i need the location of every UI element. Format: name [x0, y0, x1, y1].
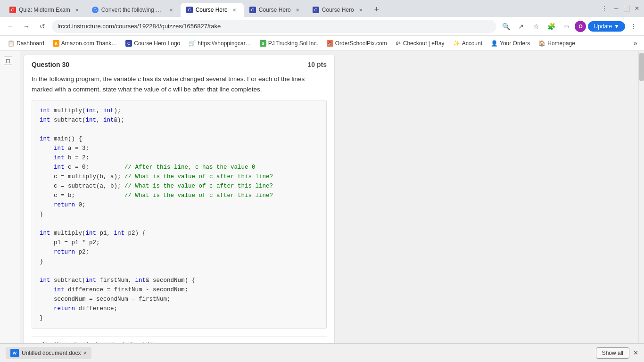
question-text: In the following program, the variable c…: [32, 74, 327, 94]
sidebar-toggle: □: [0, 51, 20, 343]
tab-title-hero3: Course Hero: [322, 7, 354, 13]
scrollbar-thumb[interactable]: [639, 53, 644, 81]
editor-menu-bar: Edit View Insert Format Tools Table: [32, 337, 327, 343]
taskbar: W Untitled document.docx ∧ Show all ✕: [0, 343, 644, 362]
toolbar-icons: 🔍 ↗ ☆ 🧩 ▭ O Update ▼ ⋮: [499, 20, 640, 33]
question-header: Question 30 10 pts: [24, 55, 334, 74]
bookmark-label-ebay: Checkout | eBay: [403, 40, 445, 47]
bookmark-dashboard[interactable]: 📋 Dashboard: [4, 39, 48, 48]
bookmark-star-icon[interactable]: ☆: [529, 20, 543, 33]
taskbar-doc[interactable]: W Untitled document.docx ∧: [6, 347, 91, 359]
tab-title-quiz: Quiz: Midterm Exam: [19, 7, 70, 13]
restore-button[interactable]: ⬜: [623, 5, 630, 12]
bookmark-favicon-dashboard: 📋: [8, 40, 15, 47]
tab-title-hero2: Course Hero: [259, 7, 291, 13]
bookmark-shopping[interactable]: 🛒 https://shoppingcar…: [185, 39, 255, 48]
tab-quiz-midterm[interactable]: Q Quiz: Midterm Exam ✕: [4, 3, 86, 17]
url-input[interactable]: [52, 20, 496, 33]
share-icon[interactable]: ↗: [514, 20, 528, 33]
bookmarks-more-button[interactable]: »: [630, 38, 640, 49]
refresh-button[interactable]: ↺: [36, 20, 49, 33]
bookmark-label-hero: Course Hero Logo: [134, 40, 180, 47]
bookmark-favicon-ebay: 🛍: [396, 40, 401, 47]
question-points: 10 pts: [308, 61, 327, 68]
bookmark-label-order: OrderSchoolPix.com: [335, 40, 387, 47]
new-tab-button[interactable]: +: [370, 3, 383, 16]
tab-close-hero3[interactable]: ✕: [357, 6, 364, 14]
tab-close-quiz[interactable]: ✕: [73, 6, 81, 14]
page-toggle-icon[interactable]: □: [4, 57, 12, 65]
tab-close-hero2[interactable]: ✕: [294, 6, 301, 14]
taskbar-close-button[interactable]: ✕: [633, 349, 638, 356]
bookmark-label-amazon: Amazon.com Thank…: [61, 40, 117, 47]
bookmark-favicon-order: 📚: [327, 40, 333, 47]
code-block: int multiply(int, int); int subtract(int…: [32, 100, 327, 329]
editor-menu-edit[interactable]: Edit: [35, 340, 49, 343]
bookmark-favicon-account: ✨: [453, 40, 460, 47]
taskbar-chevron-icon: ∧: [83, 350, 87, 355]
bookmark-account[interactable]: ✨ Account: [449, 39, 486, 48]
bookmark-favicon-shopping: 🛒: [189, 40, 196, 47]
bookmark-label-pj: PJ Trucking Sol Inc.: [268, 40, 318, 47]
editor-menu-tools[interactable]: Tools: [120, 340, 137, 343]
close-button[interactable]: ✕: [634, 5, 640, 12]
tab-course-hero-1[interactable]: C Course Hero ✕: [181, 3, 244, 17]
bookmark-ebay[interactable]: 🛍 Checkout | eBay: [392, 39, 448, 48]
scrollbar[interactable]: [638, 51, 644, 343]
tab-convert[interactable]: G Convert the following pseud… ✕: [86, 3, 181, 17]
bookmark-favicon-hero: C: [125, 40, 132, 47]
bookmark-orders[interactable]: 👤 Your Orders: [487, 39, 534, 48]
bookmark-label-dashboard: Dashboard: [17, 40, 44, 47]
tab-title-hero1: Course Hero: [196, 7, 228, 13]
sidebar-icon[interactable]: ▭: [560, 20, 573, 33]
bookmark-pj[interactable]: S PJ Trucking Sol Inc.: [256, 39, 322, 48]
bookmark-homepage[interactable]: 🏠 Homepage: [535, 39, 579, 48]
extensions-icon[interactable]: 🧩: [545, 20, 558, 33]
editor-menu-view[interactable]: View: [53, 340, 69, 343]
page-wrapper: □ Question 30 10 pts In the following pr…: [0, 51, 644, 343]
tab-close-convert[interactable]: ✕: [167, 6, 175, 14]
show-all-button[interactable]: Show all: [596, 347, 629, 359]
window-controls: ⋮ ─ ⬜ ✕: [600, 3, 640, 14]
forward-button[interactable]: →: [20, 20, 33, 33]
menu-icon[interactable]: ⋮: [627, 20, 640, 33]
minimize-button[interactable]: ─: [613, 5, 619, 12]
bookmark-amazon[interactable]: a Amazon.com Thank…: [49, 39, 121, 48]
question-number: Question 30: [32, 61, 69, 68]
bookmark-favicon-orders: 👤: [491, 40, 498, 47]
bookmark-label-account: Account: [462, 40, 482, 47]
taskbar-doc-icon: W: [10, 349, 19, 357]
tab-course-hero-2[interactable]: C Course Hero ✕: [244, 3, 307, 17]
bookmark-orderschool[interactable]: 📚 OrderSchoolPix.com: [323, 39, 391, 48]
update-button[interactable]: Update ▼: [588, 21, 625, 32]
address-bar: ← → ↺ 🔍 ↗ ☆ 🧩 ▭ O Update ▼ ⋮: [0, 17, 644, 36]
editor-menu-format[interactable]: Format: [94, 340, 116, 343]
tab-course-hero-3[interactable]: C Course Hero ✕: [307, 3, 370, 17]
editor-menu-table[interactable]: Table: [140, 340, 158, 343]
editor-menu-insert[interactable]: Insert: [72, 340, 90, 343]
tab-close-hero1[interactable]: ✕: [231, 6, 238, 14]
bookmark-favicon-homepage: 🏠: [538, 40, 545, 47]
question-card: Question 30 10 pts In the following prog…: [24, 55, 335, 343]
taskbar-doc-label: Untitled document.docx: [22, 350, 81, 356]
bookmark-favicon-pj: S: [260, 40, 266, 47]
tab-title-convert: Convert the following pseud…: [101, 7, 165, 13]
question-body: In the following program, the variable c…: [24, 74, 334, 343]
profile-icon[interactable]: O: [575, 21, 586, 32]
bookmark-label-homepage: Homepage: [547, 40, 575, 47]
bookmark-label-shopping: https://shoppingcar…: [198, 40, 251, 47]
bookmark-favicon-amazon: a: [53, 40, 59, 47]
page-content-area: Question 30 10 pts In the following prog…: [20, 51, 638, 343]
title-bar: Q Quiz: Midterm Exam ✕ G Convert the fol…: [0, 0, 644, 17]
bookmark-course-hero-logo[interactable]: C Course Hero Logo: [122, 39, 184, 48]
search-icon[interactable]: 🔍: [499, 20, 512, 33]
back-button[interactable]: ←: [4, 20, 17, 33]
bookmark-label-orders: Your Orders: [500, 40, 530, 47]
bookmarks-bar: 📋 Dashboard a Amazon.com Thank… C Course…: [0, 36, 644, 51]
